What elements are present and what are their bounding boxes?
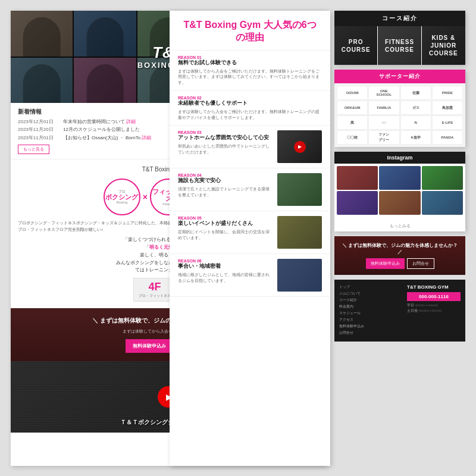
course-card-kids[interactable]: KIDS & JUNIORCOURSE	[422, 26, 465, 65]
reason-text-5: 定期的にイベントを開催し、会員同士の交流を深めています。	[178, 229, 273, 241]
instagram-cell-1[interactable]	[337, 166, 378, 190]
supporter-logo-12: E-LIFE	[432, 115, 463, 130]
cta-primary-button[interactable]: 無料体験申込み	[126, 339, 173, 353]
reason-item-6: REASON 06 事合い・地域密着 地域に根ざしたジムとして、地域の皆様に愛さ…	[170, 254, 330, 297]
news-link-1[interactable]: 詳細	[126, 119, 136, 124]
reason-heading-3: アットホームな雰囲気で安心して心安	[178, 134, 273, 142]
reason-text-1: まずは体験してから入会をご検討いただけます。無料体験トレーニングをご用意していま…	[178, 68, 322, 86]
supporter-logo-16: PANDA	[432, 130, 463, 145]
footer-nav-course[interactable]: コース紹介	[339, 298, 402, 303]
reason-text-6: 地域に根ざしたジムとして、地域の皆様に愛されるジムを目指しています。	[178, 272, 273, 284]
reason-heading-5: 楽しいイベントが盛りだくさん	[178, 220, 273, 227]
course-label-fitness: FITNESSCOURSE	[385, 38, 414, 54]
reason-image-5	[277, 216, 322, 249]
footer-nav-contact[interactable]: お問合せ	[339, 330, 402, 336]
instagram-cell-4[interactable]	[337, 191, 378, 215]
instagram-cell-6[interactable]	[422, 191, 463, 215]
reason-num-2: REASON 02	[178, 96, 322, 100]
reason-image-3: ▶	[277, 130, 322, 163]
footer-hours: 平日 ○○:○○～○○:○○土日祝 ○○:○○～○○:○○	[407, 303, 461, 314]
news-link-3[interactable]: 詳細	[142, 135, 151, 140]
reason-image-6	[277, 259, 322, 292]
reasons-panel: T&T Boxing Gym 大人気の6つの理由 REASON 01 無料でお試…	[170, 11, 330, 466]
course-header: コース紹介	[334, 11, 465, 26]
reasons-title: T&T Boxing Gym 大人気の6つの理由	[179, 19, 321, 44]
supporter-logo-14: ファンブリー	[368, 130, 399, 145]
reason-heading-6: 事合い・地域密着	[178, 263, 273, 270]
news-text-2: 12月のスケジュールを公開しました	[63, 127, 140, 133]
news-text-1: 年末年始の営業時間について 詳細	[63, 119, 136, 125]
footer-content: トップ ジムについて コース紹介 料金案内 スケジュール アクセス 無料体験申込…	[339, 284, 461, 337]
cta-bottom-primary-button[interactable]: 無料体験申込み	[366, 258, 405, 269]
footer-nav-trial[interactable]: 無料体験申込み	[339, 324, 402, 329]
reason-content-5: REASON 05 楽しいイベントが盛りだくさん 定期的にイベントを開催し、会員…	[178, 216, 273, 240]
course-cards: PROCOURSE FITNESSCOURSE KIDS & JUNIORCOU…	[334, 26, 465, 65]
circle-pro: プロ ボクシング Boxing	[104, 178, 140, 215]
instagram-cell-2[interactable]	[379, 166, 420, 190]
instagram-header: Instagram	[334, 152, 465, 164]
reason-num-5: REASON 05	[178, 216, 273, 220]
reason-item-1: REASON 01 無料でお試し体験できる まずは体験してから入会をご検討いただ…	[170, 51, 330, 91]
footer-contact: T&T BOXING GYM 000-000-1116 平日 ○○:○○～○○:…	[407, 284, 461, 337]
reason-item-3: REASON 03 アットホームな雰囲気で安心して心安 和気あいあいとした雰囲気…	[170, 126, 330, 168]
supporter-logo-11: N	[400, 115, 431, 130]
cta-bottom-btns: 無料体験申込み お問合せ	[339, 258, 461, 269]
side-panel: コース紹介 PROCOURSE FITNESSCOURSE KIDS & JUN…	[334, 11, 465, 466]
footer-nav: トップ ジムについて コース紹介 料金案内 スケジュール アクセス 無料体験申込…	[339, 284, 402, 337]
news-more-button[interactable]: もっと見る	[18, 145, 49, 154]
footer-nav-access[interactable]: アクセス	[339, 317, 402, 322]
reason-text-3: 和気あいあいとした雰囲気の中でトレーニングしていただけます。	[178, 143, 273, 155]
footer-nav-price[interactable]: 料金案内	[339, 304, 402, 309]
footer-nav-top[interactable]: トップ	[339, 284, 402, 290]
footer-nav-about[interactable]: ジムについて	[339, 291, 402, 296]
reason-heading-2: 未経験者でも優しくサポート	[178, 100, 322, 107]
reason-content-3: REASON 03 アットホームな雰囲気で安心して心安 和気あいあいとした雰囲気…	[178, 130, 273, 155]
instagram-grid	[334, 164, 465, 217]
reason-heading-4: 施設も充実で安心	[178, 177, 273, 184]
supporter-logo-8: 鳥放題	[432, 101, 463, 115]
news-date-2: 2023年11月20日	[18, 126, 60, 133]
instagram-cell-3[interactable]	[422, 166, 463, 190]
footer-panel: トップ ジムについて コース紹介 料金案内 スケジュール アクセス 無料体験申込…	[334, 280, 465, 342]
reasons-header: T&T Boxing Gym 大人気の6つの理由	[170, 11, 330, 51]
play-icon-3[interactable]: ▶	[294, 141, 306, 153]
reason-image-4	[277, 173, 322, 206]
supporter-logo-6: FAMILIA	[368, 101, 399, 115]
supporter-logo-5: ORK&UM	[337, 101, 368, 115]
supporter-grid: OIZUMI ONESCHOOL 佐藤 PRIDE ORK&UM FAMILIA…	[334, 83, 465, 147]
footer-nav-schedule[interactable]: スケジュール	[339, 311, 402, 316]
supporter-logo-4: PRIDE	[432, 86, 463, 100]
course-card-pro[interactable]: PROCOURSE	[334, 26, 378, 65]
course-label-pro: PROCOURSE	[342, 38, 371, 54]
reason-content-4: REASON 04 施設も充実で安心 清潔で広々とした施設でトレーニングできる環…	[178, 173, 273, 198]
reason-content-1: REASON 01 無料でお試し体験できる まずは体験してから入会をご検討いただ…	[178, 55, 322, 86]
footer-gym-name: T&T BOXING GYM	[407, 284, 461, 290]
supporter-logo-13: 〇〇校	[337, 130, 368, 145]
course-card-fitness[interactable]: FITNESSCOURSE	[378, 26, 421, 65]
instagram-panel: Instagram もっとみる	[334, 152, 465, 231]
supporter-logo-7: ガス	[400, 101, 431, 115]
instagram-cell-5[interactable]	[379, 191, 420, 215]
reason-item-2: REASON 02 未経験者でも優しくサポート まずは体験してから入会をご検討い…	[170, 91, 330, 126]
instagram-view-more[interactable]: もっとみる	[390, 224, 411, 228]
supporter-panel: サポーター紹介 OIZUMI ONESCHOOL 佐藤 PRIDE ORK&UM…	[334, 70, 465, 147]
supporter-logo-10: ○○	[368, 115, 399, 130]
supporter-logo-9: 黒	[337, 115, 368, 130]
news-date-1: 2023年12月01日	[18, 118, 60, 125]
supporter-logo-2: ONESCHOOL	[368, 86, 399, 100]
reason-content-6: REASON 06 事合い・地域密着 地域に根ざしたジムとして、地域の皆様に愛さ…	[178, 259, 273, 283]
course-label-kids: KIDS & JUNIORCOURSE	[422, 34, 465, 57]
reason-text-4: 清潔で広々とした施設でトレーニングできる環境を整えています。	[178, 186, 273, 198]
cta-bottom-secondary-button[interactable]: お問合せ	[407, 258, 434, 269]
supporter-logo-15: K進学	[400, 130, 431, 145]
cta-bottom: ＼ まずは無料体験で、ジムの魅力を体感しませんか？ ／ 無料体験申込み お問合せ	[334, 236, 465, 275]
reason-num-1: REASON 01	[178, 55, 322, 60]
reason-heading-1: 無料でお試し体験できる	[178, 60, 322, 67]
supporter-logo-1: OIZUMI	[337, 86, 368, 100]
supporter-logo-3: 佐藤	[400, 86, 431, 100]
reason-item-5: REASON 05 楽しいイベントが盛りだくさん 定期的にイベントを開催し、会員…	[170, 211, 330, 254]
course-panel: コース紹介 PROCOURSE FITNESSCOURSE KIDS & JUN…	[334, 11, 465, 65]
cta-bottom-text: ＼ まずは無料体験で、ジムの魅力を体感しませんか？ ／	[339, 242, 461, 255]
footer-phone[interactable]: 000-000-1116	[407, 292, 461, 301]
supporter-header: サポーター紹介	[334, 70, 465, 83]
